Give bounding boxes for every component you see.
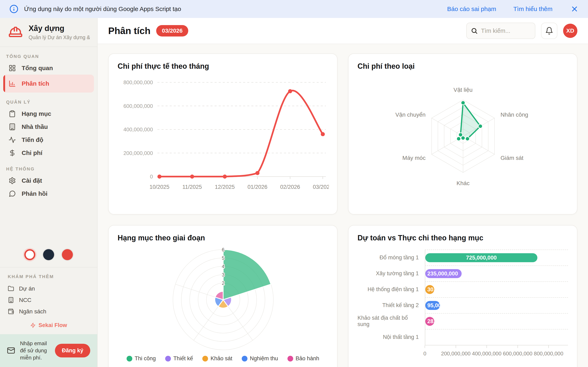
- chat-icon: [9, 190, 16, 197]
- svg-text:2: 2: [222, 280, 224, 286]
- theme-swatch-red[interactable]: [62, 249, 73, 260]
- x-axis-tick: 800,000,000: [534, 345, 563, 357]
- svg-text:600,000,000: 600,000,000: [123, 103, 153, 109]
- bar-row: Thiết kế tầng 295,000,000: [357, 297, 568, 313]
- sidebar-item-du-an[interactable]: Dự án: [6, 283, 91, 294]
- sidebar-item-ngan-sach[interactable]: Ngân sách: [6, 306, 91, 317]
- legend-dot: [165, 356, 171, 361]
- app-name: Xây dựng: [29, 24, 90, 33]
- app-subtitle: Quản lý Dự án Xây dựng & C...: [29, 34, 90, 40]
- legend-label: Nghiệm thu: [250, 355, 278, 362]
- section-label-manage: QUẢN LÝ: [6, 100, 91, 105]
- svg-text:400,000,000: 400,000,000: [123, 126, 153, 133]
- sidebar-item-label: Tổng quan: [22, 65, 53, 72]
- bar: 235,000,000: [425, 269, 462, 278]
- bar-chart-x-axis: 0200,000,000400,000,000600,000,000800,00…: [425, 345, 568, 360]
- legend-item[interactable]: Bảo hành: [287, 355, 319, 362]
- sidebar-item-phan-hoi[interactable]: Phản hồi: [3, 187, 94, 200]
- avatar[interactable]: XD: [563, 24, 577, 38]
- x-axis-tick: 0: [424, 345, 426, 357]
- bar-track: 725,000,000: [425, 250, 568, 266]
- explore-item-label: NCC: [19, 297, 31, 303]
- card-bar-chart: Dự toán vs Thực chi theo hạng mục Đổ món…: [348, 225, 577, 367]
- svg-text:Giám sát: Giám sát: [501, 155, 523, 161]
- bar-chart-icon: [9, 80, 16, 87]
- chart-title: Chi phí thực tế theo tháng: [118, 62, 328, 71]
- legend-label: Khảo sát: [210, 355, 232, 362]
- bar-category-label: Khảo sát địa chất bổ sung: [357, 313, 425, 329]
- svg-text:4: 4: [222, 264, 224, 269]
- gas-warning-banner: Ứng dụng này do một người dùng Google Ap…: [0, 0, 588, 18]
- legend-item[interactable]: Nghiệm thu: [242, 355, 278, 362]
- search-input[interactable]: [481, 27, 531, 34]
- signup-button[interactable]: Đăng ký: [55, 344, 90, 358]
- email-signup-footer: Nhập email để sử dụng miễn phí. Đăng ký: [0, 334, 97, 367]
- signup-text: Nhập email để sử dụng miễn phí.: [20, 340, 50, 361]
- sidebar-item-tien-do[interactable]: Tiến độ: [3, 133, 94, 146]
- sidebar-item-hang-muc[interactable]: Hạng mục: [3, 107, 94, 120]
- bar-category-label: Đổ móng tầng 1: [357, 250, 425, 266]
- svg-text:5: 5: [222, 255, 224, 261]
- legend-dot: [202, 356, 208, 361]
- bar: 30,000,000: [425, 285, 434, 294]
- learn-more-link[interactable]: Tìm hiểu thêm: [513, 6, 553, 12]
- svg-text:200,000,000: 200,000,000: [123, 150, 153, 156]
- svg-text:10/2025: 10/2025: [149, 184, 169, 190]
- theme-swatches: [0, 249, 97, 260]
- section-label-system: HỆ THỐNG: [6, 166, 91, 172]
- svg-text:Vận chuyển: Vận chuyển: [396, 111, 426, 118]
- legend-item[interactable]: Khảo sát: [202, 355, 232, 362]
- bar-chart: Đổ móng tầng 1725,000,000Xây tường tầng …: [357, 250, 568, 345]
- wallet-icon: [8, 308, 14, 315]
- bar-value-label: 28,000,000: [427, 318, 434, 325]
- bar-value-label: 725,000,000: [466, 255, 497, 261]
- search-box: [466, 23, 535, 39]
- sidebar-item-tong-quan[interactable]: Tổng quan: [3, 62, 94, 75]
- bar-row: Hệ thống điện tầng 130,000,000: [357, 281, 568, 297]
- legend-item[interactable]: Thiết kế: [165, 355, 193, 362]
- sidebar-item-phan-tich[interactable]: Phân tích: [3, 75, 94, 92]
- bar-category-label: Xây tường tầng 1: [357, 266, 425, 281]
- theme-swatch-light[interactable]: [24, 249, 35, 260]
- sidebar-item-label: Tiến độ: [22, 136, 43, 143]
- bar-track: 235,000,000: [425, 266, 568, 281]
- sidebar-item-chi-phi[interactable]: Chi phí: [3, 146, 94, 159]
- sidebar-item-label: Phân tích: [22, 80, 49, 87]
- report-abuse-link[interactable]: Báo cáo sai phạm: [447, 6, 496, 12]
- bar-row: Xây tường tầng 1235,000,000: [357, 266, 568, 281]
- activity-icon: [9, 136, 16, 143]
- sidebar-item-nha-thau[interactable]: Nhà thầu: [3, 120, 94, 133]
- search-icon: [471, 27, 478, 34]
- bell-icon: [545, 27, 553, 35]
- bar: 28,000,000: [425, 317, 434, 326]
- svg-text:03/2026: 03/2026: [313, 184, 329, 190]
- x-axis-tick: 600,000,000: [503, 345, 532, 357]
- bar-track: [425, 329, 568, 345]
- gear-icon: [9, 177, 16, 184]
- theme-swatch-dark[interactable]: [43, 249, 54, 260]
- line-chart: 0200,000,000400,000,000600,000,000800,00…: [118, 71, 329, 198]
- explore-item-label: Ngân sách: [19, 308, 46, 315]
- sekai-flow-link[interactable]: Sekai Flow: [0, 322, 97, 328]
- dashboard-grid: Chi phí thực tế theo tháng 0200,000,0004…: [98, 44, 588, 367]
- sidebar-item-label: Phản hồi: [22, 190, 48, 197]
- sidebar-item-label: Cài đặt: [22, 177, 42, 184]
- sidebar-item-label: Nhà thầu: [22, 123, 48, 130]
- legend-dot: [287, 356, 293, 361]
- period-badge: 03/2026: [156, 25, 188, 36]
- explore-section: KHÁM PHÁ THÊM Dự án NCC Ngân sách: [0, 267, 97, 317]
- bar-value-label: 30,000,000: [427, 286, 434, 293]
- sidebar-item-ncc[interactable]: NCC: [6, 294, 91, 306]
- explore-item-label: Dự án: [19, 285, 35, 292]
- svg-text:Máy móc: Máy móc: [402, 155, 426, 161]
- banner-text: Ứng dụng này do một người dùng Google Ap…: [24, 6, 181, 12]
- svg-text:12/2025: 12/2025: [215, 184, 235, 190]
- bar-row: Đổ móng tầng 1725,000,000: [357, 250, 568, 266]
- notifications-button[interactable]: [541, 23, 557, 39]
- page-title: Phân tích: [108, 25, 150, 36]
- close-icon[interactable]: [571, 5, 579, 13]
- svg-text:11/2025: 11/2025: [182, 184, 202, 190]
- legend-dot: [242, 356, 247, 361]
- sidebar-item-cai-dat[interactable]: Cài đặt: [3, 174, 94, 187]
- legend-item[interactable]: Thi công: [127, 355, 156, 362]
